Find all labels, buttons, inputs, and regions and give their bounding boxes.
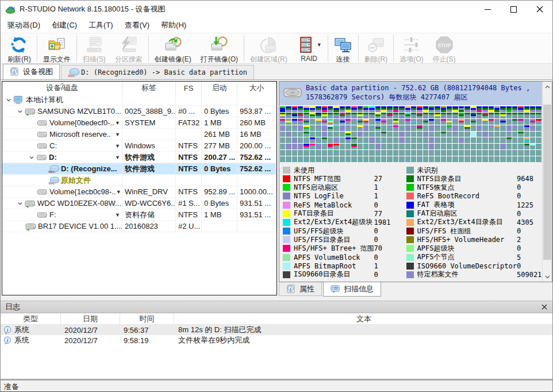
delete-button[interactable]: 删除(R) [360, 34, 393, 64]
log-column-header-0[interactable]: 类型 [1, 313, 61, 324]
chevron-down-icon[interactable] [29, 153, 36, 161]
scrollbar-thumb[interactable] [543, 105, 551, 260]
table-row[interactable]: Microsoft reserve..▼261 MB16 MB [2, 129, 276, 140]
table-row[interactable]: Volume{0bedecf0-..▼SYSTEMFAT321 MB260 MB [2, 117, 276, 129]
scan-button[interactable]: 扫描(S) [78, 34, 110, 64]
create-region-button[interactable]: 创建区域(R) [245, 34, 292, 64]
scan-block [489, 144, 494, 149]
menu-item-4[interactable]: 帮助(H) [155, 18, 192, 33]
scan-block [340, 132, 345, 137]
column-header-2[interactable]: FS [176, 82, 202, 94]
partition-search-button[interactable]: 分区搜索 [110, 34, 147, 64]
dropdown-arrow-icon[interactable]: ▼ [115, 120, 122, 126]
dropdown-arrow-icon[interactable]: ▼ [115, 155, 122, 160]
create-image-iconrow [164, 35, 182, 55]
table-row[interactable]: Volume{1ecb0c98-..▼WinRE_DRVNTFS952.89 .… [2, 186, 276, 198]
open-image-button[interactable]: 打开镜像(O) [196, 34, 243, 64]
scan-block [536, 137, 541, 143]
scan-block-stripe [435, 137, 440, 143]
scan-block-stripe [500, 116, 505, 118]
table-row[interactable]: C:▼WindowsNTFS277 MB200.00 ... [2, 140, 276, 152]
scan-block-stripe [298, 132, 303, 137]
table-row[interactable]: D:▼软件游戏NTFS200.27 ...752.62 ... [2, 152, 276, 163]
scan-block [512, 132, 517, 137]
scan-block-stripe [464, 116, 470, 118]
column-header-3[interactable]: 启动 [202, 82, 237, 94]
log-row[interactable]: i系统2020/12/79:58:19文件枚举在9秒内完成 [1, 335, 553, 345]
log-column-header-1[interactable]: 日期 [61, 313, 120, 324]
column-header-0[interactable]: 设备/磁盘 [2, 82, 122, 94]
options-button[interactable]: 选项(O) [395, 34, 428, 64]
scan-block-stripe [358, 156, 363, 162]
scan-block [399, 132, 404, 137]
maximize-button[interactable] [501, 1, 527, 18]
scan-block-stripe [304, 122, 309, 125]
scan-block-stripe [375, 144, 381, 149]
scan-block-stripe [489, 132, 494, 137]
table-row[interactable]: 本地计算机 [2, 94, 276, 106]
menu-item-1[interactable]: 创建(C) [46, 18, 83, 33]
size-cell: 260 MB [237, 117, 276, 129]
scrollbar[interactable] [542, 82, 552, 282]
table-row[interactable]: F:▼资料存储NTFS1 MB931.51 ... [2, 209, 276, 221]
scroll-up-icon[interactable] [543, 82, 552, 91]
chevron-down-icon[interactable] [6, 96, 13, 103]
log-column-header-2[interactable]: 时间 [120, 313, 174, 324]
legend-item: APFS个节点5 [406, 253, 547, 262]
scan-block-stripe [322, 156, 327, 162]
connect-button[interactable]: 连接 [329, 34, 357, 64]
close-button[interactable] [527, 1, 552, 18]
tab-properties[interactable]: i属性 [279, 282, 322, 296]
size-cell: 16 MB [237, 129, 276, 140]
chevron-down-icon[interactable] [17, 199, 25, 207]
tab-device-view[interactable]: i设备视图 [3, 64, 60, 79]
scan-block [316, 125, 321, 131]
raid-button[interactable]: ▼RAID [292, 34, 327, 63]
scan-block [351, 106, 356, 112]
menu-item-0[interactable]: 驱动器(D) [2, 18, 46, 33]
menu-item-2[interactable]: 工具(T) [83, 18, 119, 33]
scan-block-stripe [518, 125, 523, 131]
scan-block [477, 150, 482, 156]
scan-block [345, 119, 351, 125]
log-row[interactable]: i系统2020/12/79:56:378m 12s 的 D: 扫描已完成 [1, 325, 553, 335]
scan-block-stripe [471, 132, 476, 137]
table-row[interactable]: Rec.D: (Recognize...软件游戏NTFS0 Bytes752.6… [2, 163, 276, 175]
table-row[interactable]: SAMSUNG MZVLB1T0...0025_388B_9...#0 ...0… [2, 106, 276, 117]
scan-block [304, 119, 309, 125]
minimize-button[interactable] [475, 1, 501, 18]
scan-block [322, 150, 327, 156]
scan-block-stripe [459, 116, 464, 118]
table-row[interactable]: Rec.原始文件 [2, 175, 276, 186]
scroll-down-icon[interactable] [543, 272, 552, 282]
scan-block-stripe [441, 133, 446, 137]
tab-scan-information[interactable]: 扫描信息 [323, 282, 381, 297]
table-row[interactable]: WDC WD10EZEX-08W...WD-WCC6Y6...#1 S...0 … [2, 198, 276, 209]
scan-block [417, 125, 422, 131]
column-header-4[interactable]: 大小 [237, 82, 276, 94]
close-icon[interactable] [540, 302, 549, 312]
fs-cell: NTFS [176, 209, 202, 221]
options-iconrow [402, 35, 421, 55]
scan-block [423, 132, 428, 137]
scan-block [471, 132, 476, 137]
scan-block [482, 144, 487, 149]
create-image-button[interactable]: 创建镜像(E) [150, 34, 196, 64]
menu-item-3[interactable]: 查看(V) [119, 18, 155, 33]
log-column-header-3[interactable]: 文本 [174, 313, 553, 324]
scan-block [441, 132, 446, 137]
chevron-down-icon[interactable] [17, 107, 25, 115]
tab-recognized-partition[interactable]: Rec.D: (Recognized0) -> Basic data parti… [61, 65, 254, 79]
dropdown-arrow-icon[interactable]: ▼ [116, 189, 122, 195]
dropdown-arrow-icon[interactable]: ▼ [115, 143, 122, 149]
dropdown-arrow-icon[interactable]: ▼ [115, 212, 122, 218]
column-header-1[interactable]: 标签 [122, 82, 176, 94]
dropdown-arrow-icon[interactable]: ▼ [317, 42, 322, 48]
legend-count: 0 [374, 201, 404, 209]
show-files-button[interactable]: 显示文件 [39, 34, 75, 64]
refresh-button[interactable]: 刷新(R) [3, 34, 36, 64]
hdd-icon [25, 199, 36, 208]
stop-button[interactable]: STOP停止(S) [428, 34, 460, 64]
dropdown-arrow-icon[interactable]: ▼ [115, 132, 122, 137]
table-row[interactable]: BR17 DEVICE V1.00 1....20160823#2 U... [2, 221, 276, 232]
